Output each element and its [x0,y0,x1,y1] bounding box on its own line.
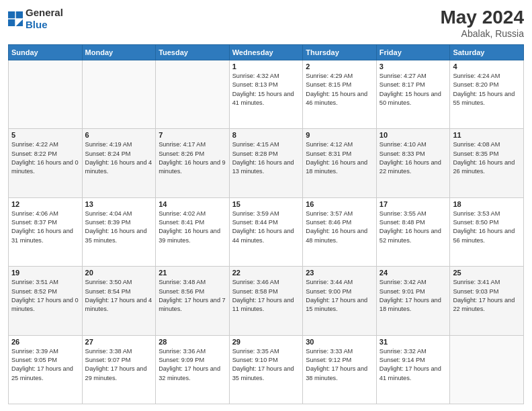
day-number: 6 [85,131,153,139]
table-row: 14Sunrise: 4:02 AMSunset: 8:41 PMDayligh… [156,197,230,266]
day-info: Sunrise: 3:48 AMSunset: 8:56 PMDaylight:… [159,278,226,314]
table-row: 28Sunrise: 3:36 AMSunset: 9:09 PMDayligh… [156,335,230,404]
table-row: 23Sunrise: 3:44 AMSunset: 9:00 PMDayligh… [303,267,377,335]
day-number: 16 [306,200,373,208]
svg-rect-0 [8,11,15,18]
table-row: 8Sunrise: 4:15 AMSunset: 8:28 PMDaylight… [229,129,303,197]
title-location: Abalak, Russia [440,28,524,39]
day-number: 18 [453,200,521,208]
day-info: Sunrise: 4:17 AMSunset: 8:26 PMDaylight:… [159,140,226,176]
day-info: Sunrise: 4:29 AMSunset: 8:15 PMDaylight:… [306,72,373,107]
week-row-3: 19Sunrise: 3:51 AMSunset: 8:52 PMDayligh… [9,267,524,335]
table-row: 22Sunrise: 3:46 AMSunset: 8:58 PMDayligh… [229,267,303,335]
table-row: 1Sunrise: 4:32 AMSunset: 8:13 PMDaylight… [229,60,303,129]
day-number: 31 [380,338,447,346]
table-row: 29Sunrise: 3:35 AMSunset: 9:10 PMDayligh… [229,335,303,404]
table-row: 9Sunrise: 4:12 AMSunset: 8:31 PMDaylight… [303,129,377,197]
day-number: 29 [232,338,300,346]
day-number: 17 [380,200,447,208]
table-row: 6Sunrise: 4:19 AMSunset: 8:24 PMDaylight… [82,129,156,197]
table-row: 25Sunrise: 3:41 AMSunset: 9:03 PMDayligh… [450,267,524,335]
table-row [450,335,524,404]
day-number: 19 [11,269,79,277]
table-row: 15Sunrise: 3:59 AMSunset: 8:44 PMDayligh… [229,197,303,266]
day-number: 8 [232,131,300,139]
table-row: 20Sunrise: 3:50 AMSunset: 8:54 PMDayligh… [82,267,156,335]
day-info: Sunrise: 3:32 AMSunset: 9:14 PMDaylight:… [380,347,447,383]
day-number: 27 [85,338,153,346]
day-info: Sunrise: 3:35 AMSunset: 9:10 PMDaylight:… [232,347,300,383]
table-row [156,60,230,129]
day-number: 25 [453,269,521,277]
day-number: 14 [159,200,226,208]
day-info: Sunrise: 3:57 AMSunset: 8:46 PMDaylight:… [306,210,373,245]
table-row: 11Sunrise: 4:08 AMSunset: 8:35 PMDayligh… [450,129,524,197]
svg-marker-3 [16,19,23,26]
table-row: 2Sunrise: 4:29 AMSunset: 8:15 PMDaylight… [303,60,377,129]
table-row: 21Sunrise: 3:48 AMSunset: 8:56 PMDayligh… [156,267,230,335]
logo-general: General [26,7,63,18]
day-info: Sunrise: 3:59 AMSunset: 8:44 PMDaylight:… [232,210,300,245]
day-info: Sunrise: 4:22 AMSunset: 8:22 PMDaylight:… [11,140,79,176]
logo: General Blue [8,7,63,31]
week-row-4: 26Sunrise: 3:39 AMSunset: 9:05 PMDayligh… [9,335,524,404]
table-row: 3Sunrise: 4:27 AMSunset: 8:17 PMDaylight… [376,60,450,129]
table-row: 16Sunrise: 3:57 AMSunset: 8:46 PMDayligh… [303,197,377,266]
table-row: 7Sunrise: 4:17 AMSunset: 8:26 PMDaylight… [156,129,230,197]
logo-blue: Blue [26,19,48,30]
day-number: 23 [306,269,373,277]
day-info: Sunrise: 3:53 AMSunset: 8:50 PMDaylight:… [453,210,521,245]
day-number: 24 [380,269,447,277]
week-row-0: 1Sunrise: 4:32 AMSunset: 8:13 PMDaylight… [9,60,524,129]
day-info: Sunrise: 3:33 AMSunset: 9:12 PMDaylight:… [306,347,373,383]
day-info: Sunrise: 4:04 AMSunset: 8:39 PMDaylight:… [85,210,153,245]
day-info: Sunrise: 3:42 AMSunset: 9:01 PMDaylight:… [380,278,447,314]
title-month: May 2024 [440,7,524,28]
calendar-header-row: Sunday Monday Tuesday Wednesday Thursday… [9,45,524,60]
table-row: 24Sunrise: 3:42 AMSunset: 9:01 PMDayligh… [376,267,450,335]
col-friday: Friday [376,45,450,60]
day-number: 13 [85,200,153,208]
day-info: Sunrise: 3:50 AMSunset: 8:54 PMDaylight:… [85,278,153,314]
col-monday: Monday [82,45,156,60]
day-info: Sunrise: 3:46 AMSunset: 8:58 PMDaylight:… [232,278,300,314]
table-row: 17Sunrise: 3:55 AMSunset: 8:48 PMDayligh… [376,197,450,266]
day-number: 4 [453,62,521,71]
svg-rect-2 [8,19,15,26]
table-row [9,60,83,129]
day-number: 26 [11,338,79,346]
table-row: 12Sunrise: 4:06 AMSunset: 8:37 PMDayligh… [9,197,83,266]
day-info: Sunrise: 3:36 AMSunset: 9:09 PMDaylight:… [159,347,226,383]
day-info: Sunrise: 4:12 AMSunset: 8:31 PMDaylight:… [306,140,373,176]
day-number: 12 [11,200,79,208]
day-info: Sunrise: 4:24 AMSunset: 8:20 PMDaylight:… [453,72,521,107]
day-number: 9 [306,131,373,139]
day-number: 2 [306,62,373,71]
table-row: 26Sunrise: 3:39 AMSunset: 9:05 PMDayligh… [9,335,83,404]
day-info: Sunrise: 4:06 AMSunset: 8:37 PMDaylight:… [11,210,79,245]
day-number: 3 [380,62,447,71]
week-row-1: 5Sunrise: 4:22 AMSunset: 8:22 PMDaylight… [9,129,524,197]
day-number: 15 [232,200,300,208]
day-info: Sunrise: 4:19 AMSunset: 8:24 PMDaylight:… [85,140,153,176]
day-number: 11 [453,131,521,139]
table-row: 19Sunrise: 3:51 AMSunset: 8:52 PMDayligh… [9,267,83,335]
day-number: 10 [380,131,447,139]
day-info: Sunrise: 3:51 AMSunset: 8:52 PMDaylight:… [11,278,79,314]
table-row [82,60,156,129]
page: General Blue May 2024 Abalak, Russia Sun… [0,0,532,411]
calendar-table: Sunday Monday Tuesday Wednesday Thursday… [8,44,524,404]
day-info: Sunrise: 4:15 AMSunset: 8:28 PMDaylight:… [232,140,300,176]
header: General Blue May 2024 Abalak, Russia [8,7,524,39]
day-info: Sunrise: 4:02 AMSunset: 8:41 PMDaylight:… [159,210,226,245]
title-block: May 2024 Abalak, Russia [440,7,524,39]
day-number: 21 [159,269,226,277]
col-saturday: Saturday [450,45,524,60]
day-number: 22 [232,269,300,277]
day-number: 7 [159,131,226,139]
col-sunday: Sunday [9,45,83,60]
day-number: 1 [232,62,300,71]
day-info: Sunrise: 4:10 AMSunset: 8:33 PMDaylight:… [380,140,447,176]
table-row: 10Sunrise: 4:10 AMSunset: 8:33 PMDayligh… [376,129,450,197]
day-info: Sunrise: 3:39 AMSunset: 9:05 PMDaylight:… [11,347,79,383]
